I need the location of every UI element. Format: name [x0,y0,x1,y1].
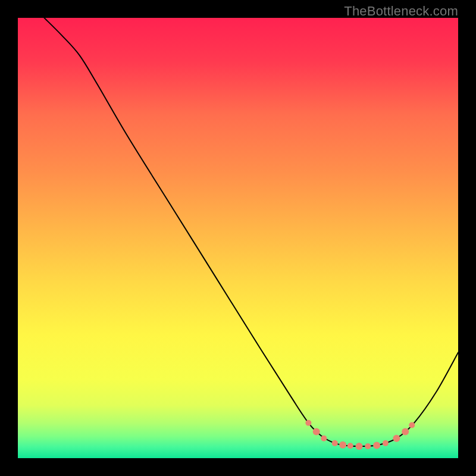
gradient-background [18,18,458,458]
marker-dot [393,435,400,442]
marker-dot [305,420,311,426]
marker-dot [409,422,415,428]
chart-svg [18,18,458,458]
marker-dot [321,436,327,441]
marker-dot [347,443,353,449]
marker-dot [365,443,371,449]
marker-dot [383,440,389,446]
marker-dot [356,443,363,450]
marker-dot [373,442,380,449]
chart-outer: TheBottleneck.com [0,0,476,476]
marker-dot [313,428,320,436]
marker-dot [402,428,409,436]
watermark-text: TheBottleneck.com [344,4,458,19]
plot-area [18,18,458,458]
marker-dot [339,441,346,449]
marker-dot [332,440,338,446]
